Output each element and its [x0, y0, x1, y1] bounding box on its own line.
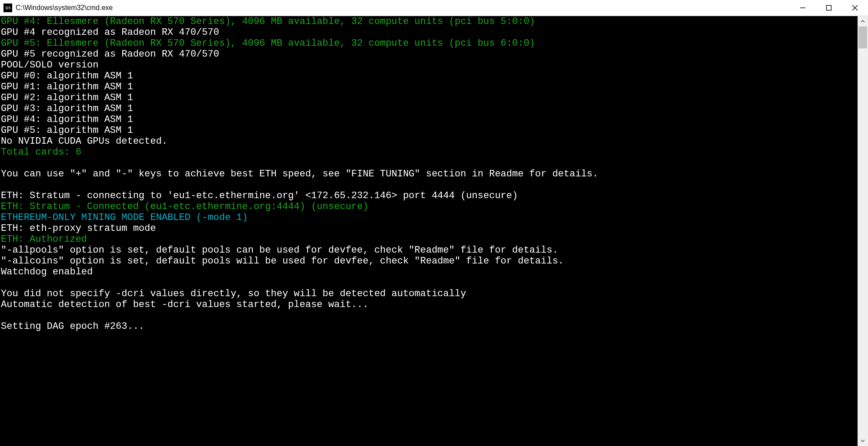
terminal-line: GPU #4: Ellesmere (Radeon RX 570 Series)…: [1, 16, 857, 27]
scrollbar-thumb[interactable]: [858, 27, 867, 48]
terminal-line: GPU #0: algorithm ASM 1: [1, 71, 857, 81]
terminal-line: "-allcoins" option is set, default pools…: [1, 256, 857, 267]
minimize-icon: [800, 5, 806, 11]
window-title: C:\Windows\system32\cmd.exe: [16, 4, 790, 12]
terminal-output[interactable]: GPU #4: Ellesmere (Radeon RX 570 Series)…: [0, 16, 858, 446]
window-controls: [790, 0, 868, 16]
terminal-line: [1, 310, 857, 321]
terminal-area: GPU #4: Ellesmere (Radeon RX 570 Series)…: [0, 16, 868, 446]
terminal-line: GPU #4: algorithm ASM 1: [1, 114, 857, 125]
terminal-line: POOL/SOLO version: [1, 60, 857, 71]
maximize-button[interactable]: [816, 0, 842, 16]
maximize-icon: [826, 5, 832, 11]
svg-rect-1: [827, 6, 831, 10]
terminal-line: You did not specify -dcri values directl…: [1, 288, 857, 299]
terminal-line: GPU #1: algorithm ASM 1: [1, 81, 857, 92]
terminal-line: ETH: Authorized: [1, 234, 857, 245]
terminal-line: Watchdog enabled: [1, 267, 857, 277]
terminal-line: [1, 277, 857, 288]
terminal-line: Setting DAG epoch #263...: [1, 321, 857, 332]
terminal-line: GPU #5: algorithm ASM 1: [1, 125, 857, 136]
terminal-line: ETH: Stratum - connecting to 'eu1-etc.et…: [1, 190, 857, 201]
chevron-up-icon: [860, 19, 865, 24]
terminal-line: [1, 179, 857, 190]
terminal-line: GPU #5 recognized as Radeon RX 470/570: [1, 49, 857, 60]
close-button[interactable]: [842, 0, 868, 16]
terminal-line: [1, 158, 857, 169]
minimize-button[interactable]: [790, 0, 816, 16]
terminal-line: "-allpools" option is set, default pools…: [1, 245, 857, 256]
terminal-line: ETH: eth-proxy stratum mode: [1, 223, 857, 234]
window-titlebar: C:\ C:\Windows\system32\cmd.exe: [0, 0, 868, 16]
scroll-up-button[interactable]: [858, 16, 868, 27]
terminal-line: You can use "+" and "-" keys to achieve …: [1, 169, 857, 179]
vertical-scrollbar[interactable]: [858, 16, 868, 446]
terminal-line: GPU #3: algorithm ASM 1: [1, 103, 857, 114]
scroll-down-button[interactable]: [858, 436, 868, 446]
terminal-line: Automatic detection of best -dcri values…: [1, 299, 857, 310]
terminal-line: ETHEREUM-ONLY MINING MODE ENABLED (-mode…: [1, 212, 857, 223]
terminal-line: GPU #4 recognized as Radeon RX 470/570: [1, 27, 857, 38]
terminal-line: GPU #5: Ellesmere (Radeon RX 570 Series)…: [1, 38, 857, 49]
chevron-down-icon: [860, 438, 865, 443]
terminal-line: No NVIDIA CUDA GPUs detected.: [1, 136, 857, 147]
cmd-icon: C:\: [3, 3, 12, 12]
terminal-line: Total cards: 6: [1, 147, 857, 158]
terminal-line: GPU #2: algorithm ASM 1: [1, 92, 857, 103]
terminal-line: ETH: Stratum - Connected (eu1-etc.etherm…: [1, 201, 857, 212]
scrollbar-track[interactable]: [858, 27, 868, 436]
close-icon: [852, 5, 858, 11]
